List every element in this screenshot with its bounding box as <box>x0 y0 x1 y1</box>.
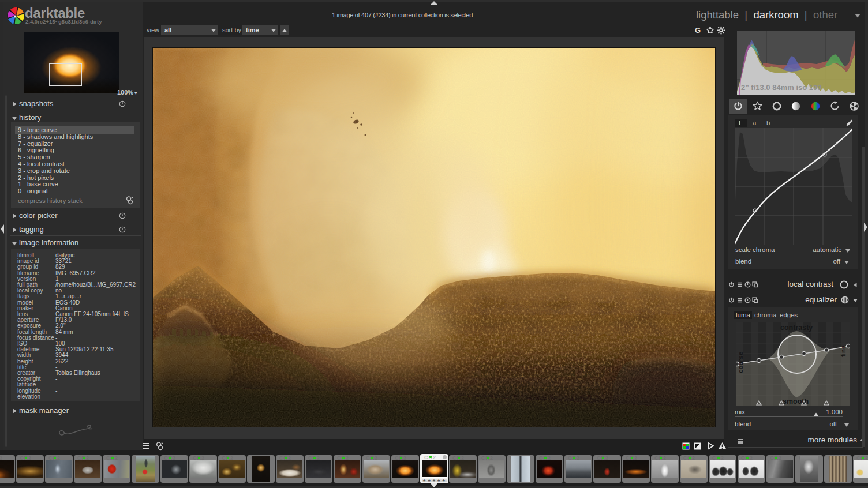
svg-text:smooth: smooth <box>783 397 809 406</box>
svg-text:contrasty: contrasty <box>780 324 813 332</box>
svg-text:coarse: coarse <box>737 352 744 373</box>
svg-text:fine: fine <box>840 346 847 357</box>
svg-text:2” f/13.0 84mm iso 100: 2” f/13.0 84mm iso 100 <box>741 83 821 92</box>
